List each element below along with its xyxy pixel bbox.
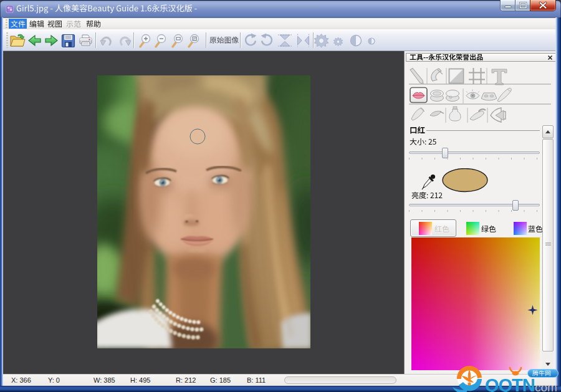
svg-text:QQTN: QQTN — [485, 375, 535, 392]
svg-text:com: com — [535, 381, 557, 392]
